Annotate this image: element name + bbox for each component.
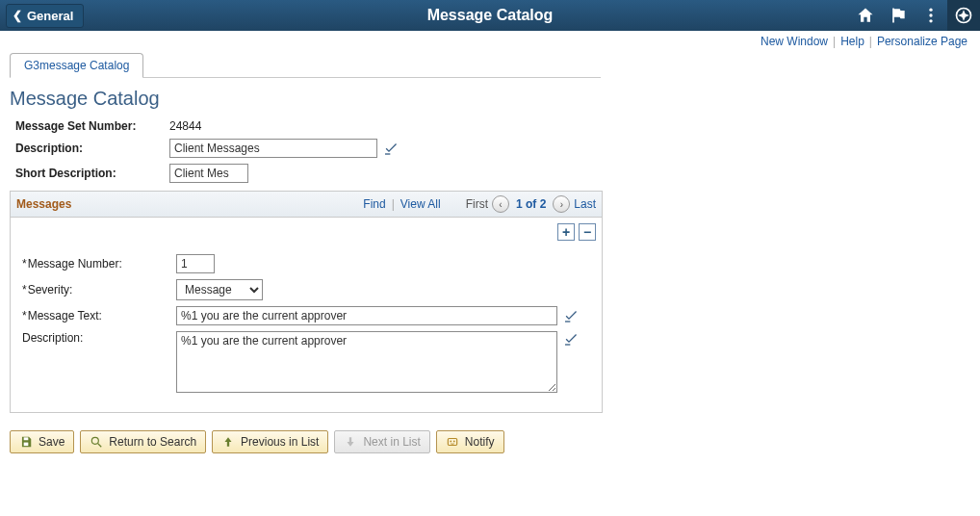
button-bar: Save Return to Search Previous in List N… <box>10 430 970 453</box>
previous-in-list-button[interactable]: Previous in List <box>212 430 328 453</box>
new-window-link[interactable]: New Window <box>761 35 828 48</box>
label-message-text: Message Text: <box>16 309 176 322</box>
separator: | <box>833 35 836 48</box>
label-set-number: Message Set Number: <box>10 119 169 133</box>
next-page-button[interactable]: › <box>553 195 570 213</box>
tab-strip: G3message Catalog <box>10 52 601 78</box>
separator: | <box>392 197 395 211</box>
value-set-number: 24844 <box>169 119 201 133</box>
messages-tools: Find | View All First ‹ 1 of 2 › Last <box>363 195 596 213</box>
search-icon <box>90 435 103 449</box>
page-links: New Window | Help | Personalize Page <box>0 31 980 50</box>
save-icon <box>19 435 33 449</box>
messages-title: Messages <box>16 197 71 211</box>
view-all-link[interactable]: View All <box>400 197 441 211</box>
content-area: G3message Catalog Message Catalog Messag… <box>0 52 980 453</box>
page-indicator: 1 of 2 <box>516 197 546 211</box>
last-link[interactable]: Last <box>574 197 596 211</box>
row-message-text: Message Text: <box>16 306 596 325</box>
row-msg-description: Description: <box>16 331 596 393</box>
personalize-link[interactable]: Personalize Page <box>877 35 967 48</box>
label-severity: Severity: <box>16 283 176 297</box>
first-label: First <box>466 197 488 211</box>
help-link[interactable]: Help <box>840 35 864 48</box>
message-number-input[interactable] <box>176 254 215 273</box>
notify-label: Notify <box>465 435 495 449</box>
label-message-number: Message Number: <box>16 257 176 271</box>
messages-header: Messages Find | View All First ‹ 1 of 2 … <box>11 192 602 218</box>
page-title-header: Message Catalog <box>427 7 554 24</box>
msg-description-textarea[interactable] <box>176 331 557 393</box>
row-short-description: Short Description: <box>10 164 970 183</box>
next-label: Next in List <box>363 435 420 449</box>
svg-point-10 <box>453 441 455 443</box>
svg-point-0 <box>929 9 932 12</box>
return-label: Return to Search <box>109 435 196 449</box>
prev-page-button[interactable]: ‹ <box>492 195 509 213</box>
spellcheck-icon[interactable] <box>563 331 579 347</box>
row-actions: + − <box>11 218 602 241</box>
home-icon[interactable] <box>849 0 882 31</box>
add-row-button[interactable]: + <box>557 223 575 241</box>
row-description: Description: <box>10 139 970 158</box>
short-description-input[interactable] <box>169 164 248 183</box>
app-header: ❮ General Message Catalog <box>0 0 980 31</box>
notify-icon <box>446 435 459 449</box>
find-link[interactable]: Find <box>363 197 385 211</box>
row-severity: Severity: Message <box>16 279 596 300</box>
svg-rect-4 <box>24 437 29 440</box>
row-message-number: Message Number: <box>16 254 596 273</box>
chevron-left-icon: ❮ <box>13 9 22 22</box>
spellcheck-icon[interactable] <box>383 141 399 156</box>
tab-g3message-catalog[interactable]: G3message Catalog <box>10 53 143 78</box>
next-in-list-button: Next in List <box>334 430 429 453</box>
label-short-description: Short Description: <box>10 167 169 180</box>
description-input[interactable] <box>169 139 377 158</box>
save-button[interactable]: Save <box>10 430 74 453</box>
row-set-number: Message Set Number: 24844 <box>10 119 970 133</box>
label-description: Description: <box>10 142 169 155</box>
svg-point-6 <box>92 437 99 444</box>
arrow-down-icon <box>344 435 357 449</box>
separator: | <box>869 35 872 48</box>
spellcheck-icon[interactable] <box>563 308 579 323</box>
svg-point-2 <box>929 19 932 22</box>
svg-rect-5 <box>24 443 29 447</box>
save-label: Save <box>39 435 64 449</box>
back-label: General <box>27 9 73 23</box>
svg-line-7 <box>98 444 102 448</box>
label-msg-description: Description: <box>16 331 176 345</box>
compass-icon[interactable] <box>947 0 980 31</box>
severity-select[interactable]: Message <box>176 279 263 300</box>
return-to-search-button[interactable]: Return to Search <box>80 430 206 453</box>
svg-point-1 <box>929 13 932 16</box>
message-text-input[interactable] <box>176 306 557 325</box>
arrow-up-icon <box>221 435 235 449</box>
page-title: Message Catalog <box>10 88 970 110</box>
messages-body: Message Number: Severity: Message Messag… <box>11 241 602 412</box>
back-button[interactable]: ❮ General <box>6 4 84 28</box>
flag-icon[interactable] <box>882 0 915 31</box>
svg-point-9 <box>450 441 451 443</box>
delete-row-button[interactable]: − <box>579 223 596 241</box>
messages-section: Messages Find | View All First ‹ 1 of 2 … <box>10 191 603 413</box>
prev-label: Previous in List <box>241 435 319 449</box>
header-icons <box>849 0 980 31</box>
notify-button[interactable]: Notify <box>436 430 504 453</box>
vertical-dots-icon[interactable] <box>915 0 947 31</box>
